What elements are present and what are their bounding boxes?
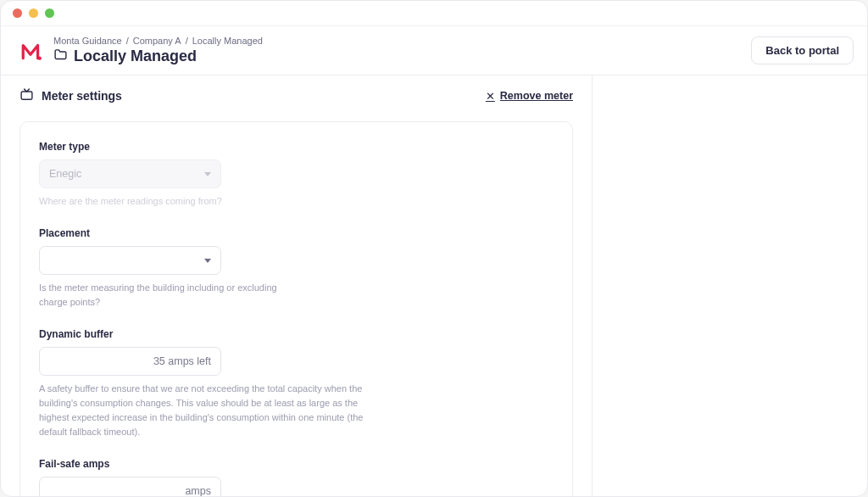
failsafe-input[interactable]: amps: [39, 477, 221, 497]
placement-help: Is the meter measuring the building incl…: [39, 281, 293, 310]
breadcrumb-title-block: Monta Guidance / Company A / Locally Man…: [53, 36, 263, 65]
failsafe-unit: amps: [185, 485, 211, 497]
dynamic-buffer-label: Dynamic buffer: [39, 328, 221, 340]
side-column: [593, 75, 867, 497]
chevron-down-icon: [204, 172, 211, 176]
window-minimize-dot[interactable]: [29, 8, 38, 18]
brand-logo-icon: [19, 39, 43, 63]
close-icon: ✕: [486, 90, 495, 103]
breadcrumb: Monta Guidance / Company A / Locally Man…: [53, 36, 263, 46]
header-left: Monta Guidance / Company A / Locally Man…: [19, 36, 263, 65]
meter-type-value: Enegic: [49, 168, 81, 180]
svg-rect-1: [21, 92, 32, 99]
body-area: Meter settings ✕ Remove meter Meter type…: [1, 75, 867, 497]
dynamic-buffer-help: A safety buffer to ensure that we are no…: [39, 382, 374, 439]
placement-label: Placement: [39, 227, 221, 239]
dynamic-buffer-input[interactable]: 35 amps left: [39, 347, 221, 376]
remove-meter-link[interactable]: ✕ Remove meter: [486, 90, 573, 103]
remove-meter-label: Remove meter: [500, 90, 573, 102]
failsafe-field: Fail-safe amps amps How many amps are av…: [39, 458, 221, 497]
breadcrumb-sep: /: [186, 36, 188, 46]
window-close-dot[interactable]: [13, 8, 22, 18]
dynamic-buffer-suffix: 35 amps left: [153, 355, 211, 367]
back-to-portal-button[interactable]: Back to portal: [751, 36, 854, 64]
section-title-text: Meter settings: [42, 89, 122, 103]
app-header: Monta Guidance / Company A / Locally Man…: [1, 26, 867, 75]
window-titlebar: [1, 1, 867, 26]
breadcrumb-root[interactable]: Monta Guidance: [53, 36, 122, 46]
meter-type-help: Where are the meter readings coming from…: [39, 194, 293, 209]
meter-type-field: Meter type Enegic Where are the meter re…: [39, 141, 221, 209]
page-title-row: Locally Managed: [53, 47, 263, 65]
section-header: Meter settings ✕ Remove meter: [19, 87, 573, 104]
placement-field: Placement Is the meter measuring the bui…: [39, 227, 221, 310]
breadcrumb-mid[interactable]: Company A: [133, 36, 181, 46]
app-window: Monta Guidance / Company A / Locally Man…: [0, 0, 868, 497]
placement-select[interactable]: [39, 246, 221, 275]
main-column: Meter settings ✕ Remove meter Meter type…: [1, 75, 593, 497]
folder-icon: [53, 47, 68, 65]
window-zoom-dot[interactable]: [45, 8, 54, 18]
tv-icon: [19, 87, 34, 104]
section-title: Meter settings: [19, 87, 122, 104]
breadcrumb-sep: /: [126, 36, 129, 46]
meter-type-select[interactable]: Enegic: [39, 159, 221, 188]
page-title: Locally Managed: [74, 47, 197, 65]
meter-type-label: Meter type: [39, 141, 221, 153]
chevron-down-icon: [204, 259, 211, 263]
dynamic-buffer-field: Dynamic buffer 35 amps left A safety buf…: [39, 328, 221, 439]
settings-card: Meter type Enegic Where are the meter re…: [19, 121, 573, 497]
breadcrumb-leaf: Locally Managed: [192, 36, 263, 46]
svg-point-0: [38, 56, 42, 59]
failsafe-label: Fail-safe amps: [39, 458, 221, 470]
